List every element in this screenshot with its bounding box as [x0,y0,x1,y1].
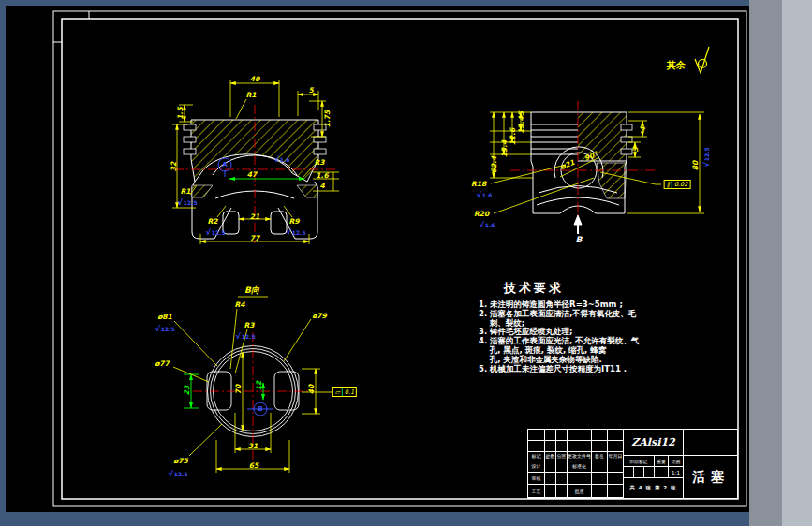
dimension-label: 1.6 [316,171,328,180]
roughness-symbol: 12.5 [168,470,187,478]
dimension-label: R9 [289,217,300,226]
dimension-label: 90° [583,150,599,163]
tb-weight: 重量 [655,456,669,466]
dimension-label: 40 [250,75,259,83]
tb-sheet-count: 共 4 张 第 2 张 [624,478,683,497]
dimension-label: 4 [639,126,647,131]
tb-count: 处数 [545,452,556,460]
dimension-label: ø21 [559,158,576,171]
tb-process: 工艺 [528,485,545,498]
dimension-label: 65 [249,461,258,470]
roughness-symbol: 1.6 [274,155,290,164]
feature-control-frame: ▱0.1 [332,387,357,397]
datum-symbol: B [254,402,268,416]
dimension-label: ø79 [312,312,327,320]
title-block-right: 活塞 [683,430,738,498]
tb-design: 设计 [528,460,545,473]
dimension-label: 62.4 [490,156,498,174]
dimension-label: 80 [691,161,700,170]
dimension-label: 12.6 [509,128,517,146]
dimension-label: 77 [250,234,259,242]
title-block-middle: ZAlsi12 阶段标记 重量 比例 1:1 共 4 张 第 2 张 [624,430,683,498]
material-designation: ZAlsi12 [624,430,683,456]
title-block: 标记 处数 分区 更改文件号 签名 年月日 设计 标准化 审核 工艺 批准 ZA… [527,429,738,499]
dimension-label: 21 [250,212,259,221]
dimension-label: 4 [319,182,324,190]
tb-scale-value: 1:1 [669,467,683,477]
dimension-label: 12 [255,381,263,390]
dimension-label: R3 [315,158,325,167]
dimension-label: R3 [244,321,255,329]
dimension-label: R4 [235,300,245,309]
tech-requirements-title: 技术要求 [504,280,564,297]
dimension-label: ø81 [157,313,172,321]
tb-zone: 分区 [556,452,568,460]
tb-change-doc: 更改文件号 [568,452,592,460]
roughness-symbol: 12.5 [235,332,255,341]
tb-sign: 签名 [592,452,608,460]
dimension-label: 40 [307,385,316,394]
tb-date: 年月日 [608,452,624,460]
part-name: 活塞 [684,456,738,498]
dimension-label: R20 [474,210,489,218]
dimension-label: 3 [631,147,640,152]
surface-note-label: 其余 [667,59,686,72]
dimension-label: R1 [181,187,191,196]
roughness-symbol: 12.5 [702,147,711,167]
dimension-label: R18 [471,180,486,188]
dimension-label: 1.75 [323,110,332,128]
tb-approve: 批准 [568,485,592,498]
dimension-label: B [576,235,583,244]
dimension-label: B向 [244,285,259,297]
dimension-label: 1.5 [176,107,185,119]
dimension-label: 70 [234,385,243,394]
roughness-symbol: 12.5 [286,228,305,237]
dimension-label: ø75 [173,457,188,465]
dimension-label: R2 [208,217,218,226]
cad-drawing-screen: 40R151.751.532R112.547A1.6R31.64R212.521… [0,0,812,526]
tb-stage-mark: 阶段标记 [624,456,655,466]
dimension-label: 31 [248,442,258,450]
roughness-symbol: 1.6 [477,191,493,199]
tb-scale-label: 比例 [669,456,683,466]
tb-mark: 标记 [528,452,545,460]
tb-standardization: 标准化 [568,460,592,473]
roughness-symbol: 12.5 [205,228,225,237]
dimension-label: 23 [183,386,191,395]
dimension-label: 5 [308,86,313,95]
tb-check: 审核 [528,473,545,485]
feature-control-frame: ∥0.02 [664,180,691,189]
title-block-revision-table: 标记 处数 分区 更改文件号 签名 年月日 设计 标准化 审核 工艺 批准 [528,430,624,498]
dimension-label: 13.45 [517,111,525,134]
roughness-symbol: 1.6 [480,221,495,229]
dimension-label: R1 [246,91,257,99]
datum-symbol: A [218,158,232,172]
roughness-symbol: 12.5 [155,325,174,333]
dimension-label: 13.4 [500,140,509,158]
dimension-label: 32 [170,162,178,171]
tech-requirements-body: 1. 未注明的铸造圆角半径R=3~5mm ; 2. 活塞各加工表面应清洁,不得有… [479,300,639,373]
roughness-symbol: 12.5 [177,198,197,207]
dimension-label: 47 [247,170,257,179]
dimension-label: ø77 [155,359,170,368]
